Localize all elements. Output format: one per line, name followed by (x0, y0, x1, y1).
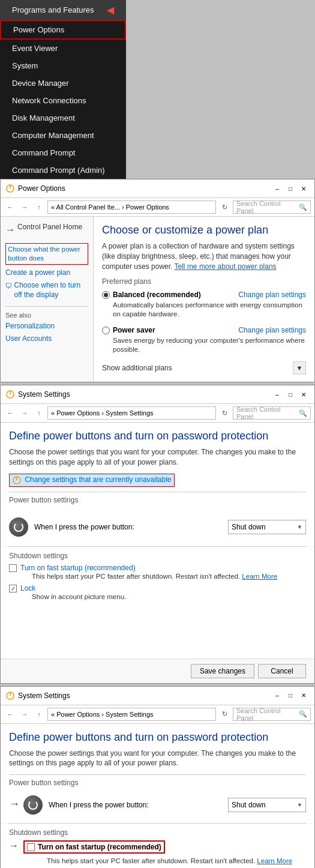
monitor-icon (5, 281, 12, 291)
menu-item-device[interactable]: Device Manager (0, 74, 126, 92)
sys1-close[interactable]: ✕ (298, 388, 310, 400)
sys2-fast-startup-label: Turn on fast startup (recommended) (38, 843, 161, 851)
sys1-address-path[interactable]: « Power Options › System Settings (47, 406, 216, 420)
sys2-back[interactable]: ← (4, 708, 16, 720)
dropdown-arrow-icon: ▼ (297, 524, 302, 530)
sys2-forward[interactable]: → (19, 708, 31, 720)
sys2-minimize[interactable]: – (271, 690, 283, 702)
sys2-address-path[interactable]: « Power Options › System Settings (47, 708, 216, 721)
sys2-fast-startup-row: → Turn on fast startup (recommended) (9, 840, 306, 854)
back-button[interactable]: ← (4, 201, 16, 213)
plan-powersaver: Power saver Change plan settings Saves e… (102, 326, 306, 354)
page-desc: A power plan is a collection of hardware… (102, 241, 306, 271)
lock-checkbox[interactable]: ✓ (9, 585, 17, 592)
menu-item-disk[interactable]: Disk Management (0, 109, 126, 127)
fast-startup-checkbox[interactable] (9, 564, 17, 572)
sys-titlebar-1: System Settings – □ ✕ (1, 385, 314, 404)
system-settings-window-2: System Settings – □ ✕ ← → ↑ « Power Opti… (0, 686, 315, 868)
minimize-button[interactable]: – (271, 182, 283, 194)
sys2-power-button-dropdown[interactable]: Shut down ▼ (228, 798, 306, 812)
sys-window-controls-1: – □ ✕ (271, 388, 310, 400)
menu-item-event[interactable]: Event Viewer (0, 40, 126, 57)
power-button-icon (9, 517, 28, 537)
learn-more-link-1[interactable]: Learn More (242, 573, 277, 580)
forward-button[interactable]: → (19, 201, 31, 213)
up-button[interactable]: ↑ (33, 201, 45, 213)
power-button-dropdown[interactable]: Shut down ▼ (228, 520, 306, 534)
sys1-search-icon: 🔍 (299, 409, 307, 417)
search-icon: 🔍 (299, 203, 307, 211)
sys1-bottom-buttons: Save changes Cancel (1, 659, 314, 683)
sys-titlebar-2: System Settings – □ ✕ (1, 687, 314, 705)
sys1-maximize[interactable]: □ (284, 388, 296, 400)
arrow-left-indicator: → (9, 798, 20, 810)
change-plan-powersaver[interactable]: Change plan settings (238, 326, 306, 334)
sys2-search[interactable]: Search Control Panel 🔍 (233, 708, 311, 721)
address-bar: ← → ↑ « All Control Panel Ite... › Power… (1, 198, 314, 217)
sidebar-personalization[interactable]: Personalization (5, 322, 88, 331)
plan-powersaver-desc: Saves energy by reducing your computer's… (113, 336, 306, 354)
shield-icon (12, 475, 22, 485)
fast-startup-highlight-box: Turn on fast startup (recommended) (23, 840, 165, 854)
sys1-search[interactable]: Search Control Panel 🔍 (233, 406, 311, 420)
sys2-refresh[interactable]: ↻ (218, 708, 230, 720)
radio-balanced[interactable] (102, 291, 110, 299)
maximize-button[interactable]: □ (284, 182, 296, 194)
sys1-forward[interactable]: → (19, 407, 31, 419)
lock-desc: Show in account picture menu. (32, 593, 126, 600)
power-button-label: When I press the power button: (34, 523, 222, 531)
sys1-main: Define power buttons and turn on passwor… (1, 423, 314, 513)
sidebar-choose-display[interactable]: Choose when to turn off the display (5, 281, 88, 300)
sys2-up[interactable]: ↑ (33, 708, 45, 720)
sys-window-title-1: System Settings (18, 390, 70, 399)
sidebar-link-create-plan[interactable]: Create a power plan (5, 268, 88, 278)
plan-balanced: Balanced (recommended) Change plan setti… (102, 291, 306, 319)
spacer (9, 604, 306, 653)
learn-more-link-2[interactable]: Learn More (257, 857, 292, 864)
see-also-title: See also (5, 312, 88, 319)
sys2-page-desc: Choose the power settings that you want … (9, 749, 306, 769)
sys1-power-section: When I press the power button: Shut down… (1, 513, 314, 546)
power-icon-sys1 (5, 390, 15, 399)
close-button[interactable]: ✕ (298, 182, 310, 194)
sys1-minimize[interactable]: – (271, 388, 283, 400)
sys2-maximize[interactable]: □ (284, 690, 296, 702)
sys2-fast-startup-checkbox[interactable] (27, 843, 35, 851)
refresh-button[interactable]: ↻ (218, 201, 230, 213)
svg-rect-2 (6, 284, 11, 288)
menu-item-programs[interactable]: Programs and Features ◀ (0, 0, 126, 20)
lock-row: ✓ Lock Show in account picture menu. (9, 584, 306, 601)
context-menu: Programs and Features ◀ Power Options Ev… (0, 0, 126, 179)
sys1-save-btn[interactable]: Save changes (191, 664, 254, 678)
fast-startup-row: Turn on fast startup (recommended) This … (9, 564, 306, 581)
radio-powersaver[interactable] (102, 327, 110, 334)
preferred-plans-header: Preferred plans (102, 277, 306, 286)
address-path[interactable]: « All Control Panel Ite... › Power Optio… (47, 200, 216, 214)
search-box[interactable]: Search Control Panel 🔍 (233, 200, 311, 214)
sidebar-user-accounts[interactable]: User Accounts (5, 334, 88, 344)
sys2-close[interactable]: ✕ (298, 690, 310, 702)
sys2-dropdown-arrow-icon: ▼ (297, 802, 302, 808)
menu-item-power[interactable]: Power Options (0, 20, 126, 40)
sys1-back[interactable]: ← (4, 407, 16, 419)
power-options-titlebar: Power Options – □ ✕ (1, 179, 314, 198)
tell-me-link[interactable]: Tell me more about power plans (175, 262, 277, 271)
show-plans-chevron[interactable]: ▼ (293, 361, 306, 375)
menu-item-cmd[interactable]: Command Prompt (0, 144, 126, 161)
sys2-shutdown-section: Shutdown settings → Turn on fast startup… (1, 824, 314, 868)
change-settings-link[interactable]: Change settings that are currently unava… (9, 474, 175, 487)
change-plan-balanced[interactable]: Change plan settings (238, 291, 306, 299)
sys1-refresh[interactable]: ↻ (218, 407, 230, 419)
sidebar-arrow: → (5, 225, 15, 235)
sys2-main: Define power buttons and turn on passwor… (1, 724, 314, 796)
sidebar-link-power-button[interactable]: Choose what the power button does (5, 243, 88, 265)
menu-item-system[interactable]: System (0, 57, 126, 74)
menu-item-network[interactable]: Network Connections (0, 92, 126, 109)
menu-item-cmd-admin[interactable]: Command Prompt (Admin) (0, 161, 126, 179)
sys2-power-section: → When I press the power button: Shut do… (1, 795, 314, 823)
sys1-up[interactable]: ↑ (33, 407, 45, 419)
sys1-shutdown-title: Shutdown settings (9, 552, 306, 560)
menu-item-computer[interactable]: Computer Management (0, 127, 126, 144)
sys2-address-bar: ← → ↑ « Power Options › System Settings … (1, 705, 314, 724)
sys1-cancel-btn[interactable]: Cancel (258, 664, 306, 678)
